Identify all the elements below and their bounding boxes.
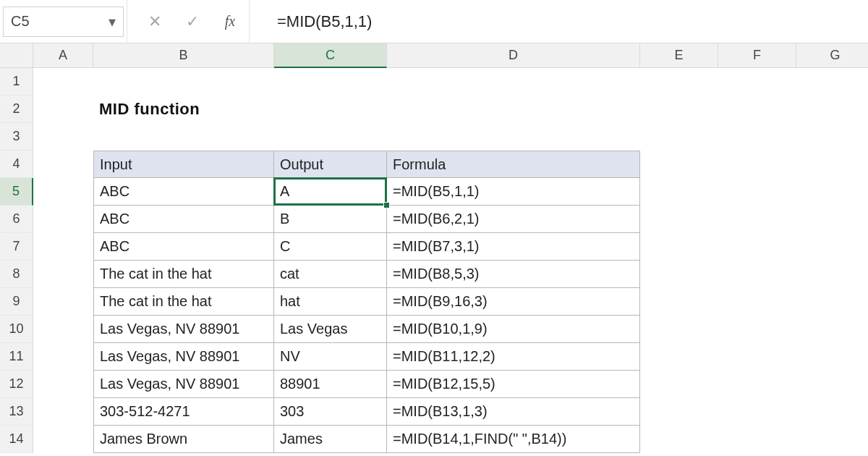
cell-f2[interactable]	[718, 96, 796, 123]
cell-a2[interactable]	[33, 96, 93, 123]
cell-f7[interactable]	[718, 233, 796, 261]
table-cell-input[interactable]: Las Vegas, NV 88901	[93, 343, 274, 371]
row-header-12[interactable]: 12	[0, 371, 33, 398]
cell-a4[interactable]	[33, 151, 93, 178]
row-header-2[interactable]: 2	[0, 96, 33, 123]
cell-b3[interactable]	[93, 123, 274, 151]
table-cell-input[interactable]: Las Vegas, NV 88901	[93, 371, 274, 398]
col-header-g[interactable]: G	[796, 43, 868, 68]
cell-e9[interactable]	[640, 288, 718, 316]
fx-icon[interactable]: fx	[211, 0, 249, 43]
cell-g7[interactable]	[796, 233, 868, 261]
cell-e12[interactable]	[640, 371, 718, 398]
select-all-corner[interactable]	[0, 43, 33, 68]
table-cell-output[interactable]: C	[274, 233, 387, 261]
cell-e5[interactable]	[640, 178, 718, 206]
cell-e14[interactable]	[640, 426, 718, 453]
cell-f5[interactable]	[718, 178, 796, 206]
cell-g11[interactable]	[796, 343, 868, 371]
cell-f8[interactable]	[718, 261, 796, 288]
cell-f13[interactable]	[718, 398, 796, 426]
cell-f12[interactable]	[718, 371, 796, 398]
cell-g12[interactable]	[796, 371, 868, 398]
cell-a7[interactable]	[33, 233, 93, 261]
cell-c3[interactable]	[274, 123, 387, 151]
cell-a11[interactable]	[33, 343, 93, 371]
cell-e3[interactable]	[640, 123, 718, 151]
table-cell-input[interactable]: ABC	[93, 178, 274, 206]
cell-d3[interactable]	[387, 123, 640, 151]
cell-g9[interactable]	[796, 288, 868, 316]
col-header-d[interactable]: D	[387, 43, 640, 68]
table-header-input[interactable]: Input	[93, 151, 274, 178]
cell-e6[interactable]	[640, 206, 718, 233]
row-header-11[interactable]: 11	[0, 343, 33, 371]
table-cell-output[interactable]: 303	[274, 398, 387, 426]
cell-f9[interactable]	[718, 288, 796, 316]
name-box[interactable]: C5 ▾	[3, 7, 124, 37]
cell-g4[interactable]	[796, 151, 868, 178]
cell-e1[interactable]	[640, 68, 718, 96]
cell-e7[interactable]	[640, 233, 718, 261]
cell-d2[interactable]	[387, 96, 640, 123]
row-header-9[interactable]: 9	[0, 288, 33, 316]
cell-g8[interactable]	[796, 261, 868, 288]
cell-e8[interactable]	[640, 261, 718, 288]
row-header-1[interactable]: 1	[0, 68, 33, 96]
row-header-5[interactable]: 5	[0, 178, 33, 206]
cell-f10[interactable]	[718, 316, 796, 343]
col-header-a[interactable]: A	[33, 43, 93, 68]
cell-e4[interactable]	[640, 151, 718, 178]
enter-icon[interactable]: ✓	[174, 0, 211, 43]
cell-a13[interactable]	[33, 398, 93, 426]
cell-f4[interactable]	[718, 151, 796, 178]
table-cell-output[interactable]: NV	[274, 343, 387, 371]
table-cell-output[interactable]: B	[274, 206, 387, 233]
cell-g6[interactable]	[796, 206, 868, 233]
cell-g1[interactable]	[796, 68, 868, 96]
table-header-output[interactable]: Output	[274, 151, 387, 178]
table-cell-formula[interactable]: =MID(B7,3,1)	[387, 233, 640, 261]
row-header-14[interactable]: 14	[0, 426, 33, 453]
table-cell-formula[interactable]: =MID(B5,1,1)	[387, 178, 640, 206]
row-header-3[interactable]: 3	[0, 123, 33, 151]
table-cell-output[interactable]: hat	[274, 288, 387, 316]
cell-f14[interactable]	[718, 426, 796, 453]
row-header-8[interactable]: 8	[0, 261, 33, 288]
cell-g5[interactable]	[796, 178, 868, 206]
table-cell-formula[interactable]: =MID(B14,1,FIND(" ",B14))	[387, 426, 640, 453]
table-cell-input[interactable]: The cat in the hat	[93, 288, 274, 316]
table-cell-output[interactable]: James	[274, 426, 387, 453]
table-cell-output[interactable]: A	[274, 178, 387, 206]
table-cell-formula[interactable]: =MID(B11,12,2)	[387, 343, 640, 371]
col-header-c[interactable]: C	[274, 43, 387, 68]
cell-g14[interactable]	[796, 426, 868, 453]
row-header-7[interactable]: 7	[0, 233, 33, 261]
cell-a5[interactable]	[33, 178, 93, 206]
cell-g13[interactable]	[796, 398, 868, 426]
col-header-b[interactable]: B	[93, 43, 274, 68]
fill-handle[interactable]	[383, 202, 390, 208]
row-header-10[interactable]: 10	[0, 316, 33, 343]
cell-a3[interactable]	[33, 123, 93, 151]
cell-c1[interactable]	[274, 68, 387, 96]
cell-g10[interactable]	[796, 316, 868, 343]
cell-a6[interactable]	[33, 206, 93, 233]
table-cell-formula[interactable]: =MID(B13,1,3)	[387, 398, 640, 426]
table-cell-input[interactable]: James Brown	[93, 426, 274, 453]
col-header-f[interactable]: F	[718, 43, 796, 68]
cell-e13[interactable]	[640, 398, 718, 426]
page-title[interactable]: MID function	[93, 96, 274, 123]
table-cell-output[interactable]: 88901	[274, 371, 387, 398]
cell-f1[interactable]	[718, 68, 796, 96]
row-header-6[interactable]: 6	[0, 206, 33, 233]
cell-e11[interactable]	[640, 343, 718, 371]
cell-b1[interactable]	[93, 68, 274, 96]
chevron-down-icon[interactable]: ▾	[109, 13, 116, 30]
cell-a14[interactable]	[33, 426, 93, 453]
cancel-icon[interactable]: ✕	[136, 0, 174, 43]
cell-c2[interactable]	[274, 96, 387, 123]
cell-a10[interactable]	[33, 316, 93, 343]
table-cell-output[interactable]: cat	[274, 261, 387, 288]
table-cell-formula[interactable]: =MID(B9,16,3)	[387, 288, 640, 316]
